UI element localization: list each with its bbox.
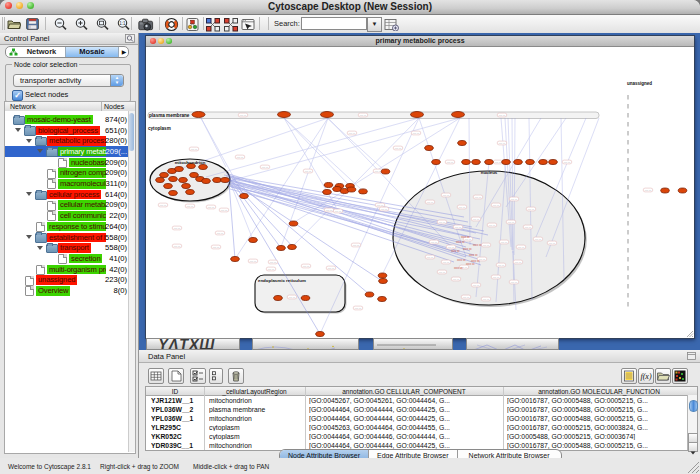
svg-text:endoplasmic reticulum: endoplasmic reticulum: [258, 278, 306, 283]
svg-text:xxxx xx: xxxx xx: [469, 254, 478, 257]
svg-text:xxxx xx: xxxx xx: [461, 236, 470, 239]
svg-text:xxxx xx: xxxx xx: [463, 248, 472, 251]
svg-text:xxxx xx: xxxx xx: [457, 259, 466, 262]
svg-text:mitochondrion: mitochondrion: [175, 160, 206, 165]
svg-text:unassigned: unassigned: [627, 81, 652, 86]
svg-text:xxxx xx: xxxx xx: [456, 241, 465, 244]
svg-text:xxxx xx: xxxx xx: [451, 250, 460, 253]
svg-text:xxxx xx: xxxx xx: [471, 260, 480, 263]
svg-text:1:1: 1:1: [119, 21, 126, 26]
svg-text:f(x): f(x): [640, 372, 651, 381]
svg-text:cytoplasm: cytoplasm: [148, 126, 171, 131]
svg-text:nucleus: nucleus: [481, 170, 498, 175]
svg-text:xxxx xx: xxxx xx: [454, 267, 463, 270]
svg-text:xxxx xx: xxxx xx: [473, 244, 482, 247]
svg-text:xxxx xx: xxxx xx: [466, 263, 475, 266]
svg-text:plasma membrane: plasma membrane: [149, 113, 190, 118]
